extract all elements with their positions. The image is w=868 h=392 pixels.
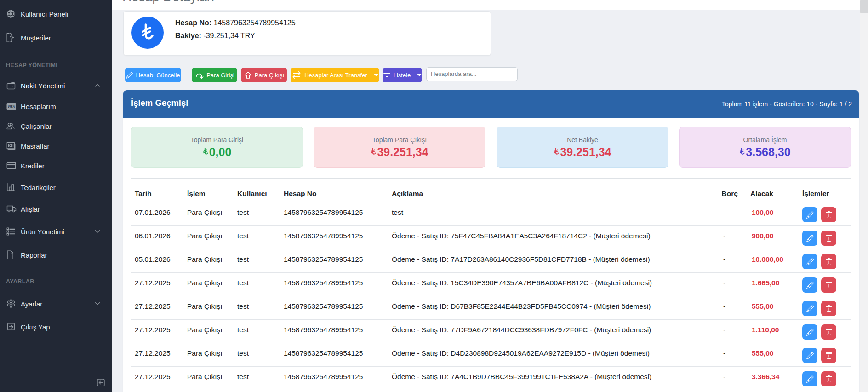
- svg-text:VISA: VISA: [8, 104, 15, 108]
